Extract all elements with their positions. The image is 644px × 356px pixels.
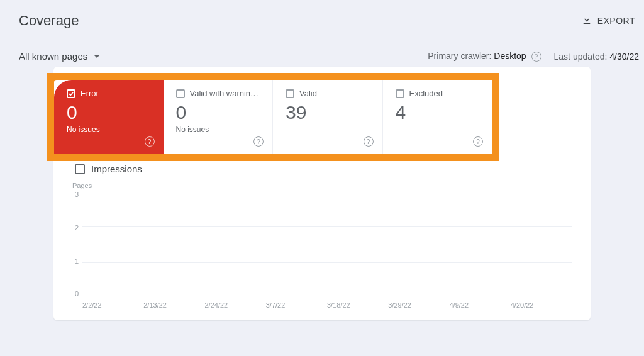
checkbox-icon (75, 164, 85, 174)
checkbox-icon (286, 89, 294, 98)
xtick: 2/24/22 (205, 301, 266, 309)
card-label: Valid with warnin… (190, 89, 259, 98)
subheader-meta: Primary crawler: Desktop ? Last updated:… (428, 51, 639, 62)
card-valid[interactable]: Valid 39 ? (273, 80, 383, 154)
card-sub: No issues (176, 125, 263, 134)
crawler-value: Desktop (494, 51, 526, 61)
checkbox-icon (176, 89, 185, 98)
help-icon[interactable]: ? (531, 52, 541, 62)
updated-value: 4/30/22 (609, 52, 639, 62)
card-error[interactable]: Error 0 No issues ? (54, 80, 164, 154)
ytick: 1 (75, 257, 79, 265)
card-value: 39 (286, 102, 372, 123)
card-sub: No issues (67, 125, 153, 134)
last-updated: Last updated: 4/30/22 (554, 52, 639, 62)
page-title: Coverage (19, 13, 79, 29)
chart-plot: 3 2 1 0 (72, 191, 572, 298)
status-cards: Error 0 No issues ? Valid with warnin… 0… (54, 80, 492, 154)
filter-dropdown[interactable]: All known pages (19, 51, 100, 62)
help-icon[interactable]: ? (145, 136, 155, 147)
filter-label: All known pages (19, 51, 87, 62)
card-excluded[interactable]: Excluded 4 ? (383, 80, 492, 154)
xtick: 3/29/22 (388, 301, 449, 309)
xtick: 4/20/22 (511, 301, 572, 309)
y-axis: 3 2 1 0 (72, 191, 82, 298)
help-icon[interactable]: ? (253, 136, 264, 147)
xtick: 2/13/22 (143, 301, 204, 309)
help-icon[interactable]: ? (364, 136, 374, 147)
card-value: 0 (176, 102, 263, 123)
ytick: 2 (75, 224, 79, 231)
checkbox-icon (396, 89, 404, 98)
card-label-row: Valid with warnin… (176, 89, 263, 98)
card-label-row: Valid (286, 89, 372, 98)
status-cards-highlight: Error 0 No issues ? Valid with warnin… 0… (47, 73, 499, 161)
card-label: Excluded (409, 89, 443, 98)
checkbox-icon (67, 89, 75, 98)
help-icon[interactable]: ? (473, 136, 483, 147)
ytick: 0 (75, 290, 79, 298)
xtick: 3/7/22 (266, 301, 327, 309)
card-label: Valid (299, 89, 317, 98)
impressions-toggle[interactable]: Impressions (53, 161, 591, 179)
card-value: 4 (396, 102, 482, 123)
card-valid-warnings[interactable]: Valid with warnin… 0 No issues ? (164, 80, 274, 154)
primary-crawler: Primary crawler: Desktop ? (428, 51, 541, 62)
ytick: 3 (75, 191, 79, 198)
export-button[interactable]: EXPORT (581, 14, 635, 28)
xtick: 3/18/22 (327, 301, 388, 309)
chart-area: Pages 3 2 1 0 2/2/22 2/13/22 2/24/2 (53, 179, 591, 320)
xtick: 4/9/22 (450, 301, 511, 309)
main-panel-wrap: Error 0 No issues ? Valid with warnin… 0… (0, 73, 644, 320)
card-label-row: Excluded (396, 89, 482, 98)
export-label: EXPORT (597, 16, 635, 26)
chevron-down-icon (94, 55, 100, 58)
plot-area (82, 191, 572, 298)
page-header: Coverage EXPORT (0, 0, 644, 42)
crawler-label: Primary crawler: (428, 51, 494, 61)
download-icon (581, 14, 592, 28)
card-label: Error (80, 89, 99, 98)
x-axis: 2/2/22 2/13/22 2/24/22 3/7/22 3/18/22 3/… (82, 298, 572, 309)
impressions-label: Impressions (91, 164, 142, 174)
card-label-row: Error (67, 89, 153, 98)
chart-ylabel: Pages (72, 182, 572, 189)
card-value: 0 (67, 102, 153, 123)
updated-label: Last updated: (554, 52, 610, 62)
xtick: 2/2/22 (82, 301, 143, 309)
